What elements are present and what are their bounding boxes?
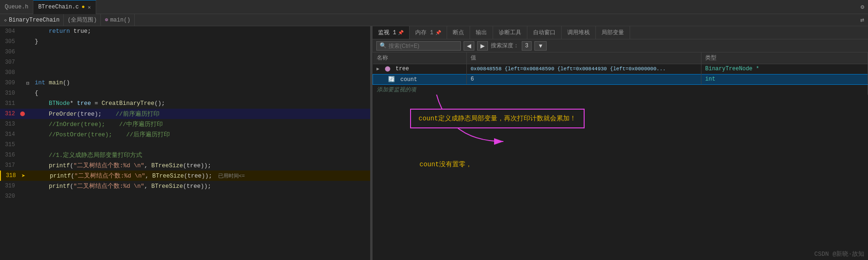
debug-tab-autos[interactable]: 自动窗口 <box>527 26 562 39</box>
depth-label: 搜索深度： <box>491 42 519 50</box>
time-badge: 已用时间<= <box>215 173 245 179</box>
annotation-area: count定义成静态局部变量，再次打印计数就会累加！ count没有置零， <box>373 95 868 260</box>
autos-label: 自动窗口 <box>533 29 556 37</box>
col-type: 类型 <box>701 52 868 64</box>
code-line-316: 316 //1.定义成静态局部变量打印方式 <box>0 150 370 160</box>
breakpoints-label: 断点 <box>453 29 464 37</box>
depth-dropdown-button[interactable]: ▼ <box>534 41 547 51</box>
code-line-307: 307 <box>0 57 370 67</box>
tab-bar: Queue.h BTreeChain.c ● ✕ ⚙ <box>0 0 868 14</box>
debug-tab-locals[interactable]: 局部变量 <box>596 26 630 39</box>
debug-panel: 监视 1 📌 内存 1 📌 断点 输出 诊断工具 自动窗口 调用堆栈 <box>373 26 868 260</box>
debug-arrow: ➤ <box>22 172 25 180</box>
watch-row-tree[interactable]: ▶ ⬤ tree 0x00848558 {left=0x00848590 {le… <box>373 64 868 74</box>
csdn-watermark: CSDN @新晓·故知 <box>814 250 864 258</box>
code-line-317: 317 printf("二叉树结点个数:%d \n", BTreeSize(tr… <box>0 160 370 171</box>
add-watch-row[interactable]: 添加要监视的项 <box>373 84 868 95</box>
annotation-note-text: count没有置零， <box>419 161 472 168</box>
count-watch-icon: 🔄 <box>388 76 395 83</box>
watch-table: 名称 值 类型 ▶ ⬤ tree 0x00848558 {left=0x0084… <box>373 52 868 95</box>
function-icon: ⊕ <box>105 16 108 23</box>
code-line-310: 310 { <box>0 88 370 98</box>
count-value-cell: 6 <box>467 74 701 84</box>
search-nav-back-button[interactable]: ◀ <box>464 41 474 51</box>
pin-icon-memory1: 📌 <box>435 30 441 36</box>
memory1-label: 内存 1 <box>415 29 433 37</box>
code-line-308: 308 <box>0 67 370 78</box>
code-line-306: 306 <box>0 47 370 57</box>
code-line-313: 313 //InOrder(tree); //中序遍历打印 <box>0 119 370 129</box>
modified-indicator: ● <box>82 4 85 10</box>
code-line-309: 309 ⊟ int main() <box>0 78 370 88</box>
debug-tabs: 监视 1 📌 内存 1 📌 断点 输出 诊断工具 自动窗口 调用堆栈 <box>373 26 868 39</box>
debug-tab-diagnostics[interactable]: 诊断工具 <box>493 26 527 39</box>
breadcrumb-function[interactable]: ⊕ main() <box>101 14 134 26</box>
watch1-label: 监视 1 <box>378 29 396 37</box>
breadcrumb-bar: ⬦ BinaryTreeChain (全局范围) ⊕ main() ⇄ <box>0 14 868 26</box>
tree-expand-arrow[interactable]: ▶ <box>377 67 380 72</box>
search-nav-forward-button[interactable]: ▶ <box>477 41 488 51</box>
settings-button[interactable]: ⚙ <box>857 3 868 11</box>
tree-type-cell: BinaryTreeNode * <box>701 64 868 74</box>
breakpoint-indicator <box>20 111 25 116</box>
breadcrumb-scope[interactable]: (全局范围) <box>64 14 101 26</box>
search-icon: 🔍 <box>380 42 387 49</box>
code-line-318: 318 ➤ printf("二叉树结点个数:%d \n", BTreeSize(… <box>0 171 370 181</box>
line-num-304: 304 <box>0 28 19 35</box>
count-name: count <box>400 76 417 83</box>
code-line-311: 311 BTNode* tree = CreatBinaryTree(); <box>0 98 370 109</box>
search-input[interactable] <box>388 43 454 49</box>
debug-tab-output[interactable]: 输出 <box>470 26 493 39</box>
code-editor[interactable]: 304 return true; 305 } 306 307 <box>0 26 371 260</box>
code-line-304: 304 return true; <box>0 26 370 37</box>
locals-label: 局部变量 <box>602 29 624 37</box>
breadcrumb-function-label: main() <box>110 17 130 23</box>
debug-tab-memory1[interactable]: 内存 1 📌 <box>410 26 447 39</box>
tab-btreechain-c[interactable]: BTreeChain.c ● ✕ <box>33 0 96 14</box>
watch-row-count[interactable]: 🔄 count 6 int <box>373 74 868 84</box>
code-line-315: 315 <box>0 140 370 150</box>
code-line-305: 305 } <box>0 37 370 47</box>
depth-value: 3 <box>522 41 532 51</box>
tab-queue-h-label: Queue.h <box>5 4 28 10</box>
search-bar: 🔍 ◀ ▶ 搜索深度： 3 ▼ <box>373 39 868 52</box>
watch-table-header: 名称 值 类型 <box>373 52 868 64</box>
tree-value-cell: 0x00848558 {left=0x00848590 {left=0x0084… <box>467 64 701 74</box>
tree-watch-icon: ⬤ <box>385 66 390 72</box>
code-content-304: return true; <box>33 28 370 35</box>
main-layout: 304 return true; 305 } 306 307 <box>0 26 868 260</box>
annotation-box-text: count定义成静态局部变量，再次打印计数就会累加！ <box>419 115 576 122</box>
tree-name: tree <box>396 66 409 72</box>
annotation-note: count没有置零， <box>419 160 472 169</box>
count-type-cell: int <box>701 74 868 84</box>
pin-icon-watch1: 📌 <box>398 30 404 36</box>
debug-tab-breakpoints[interactable]: 断点 <box>447 26 470 39</box>
breadcrumb-more-button[interactable]: ⇄ <box>857 16 868 24</box>
breadcrumb-project-label: BinaryTreeChain <box>9 17 60 23</box>
search-input-wrap[interactable]: 🔍 <box>376 41 461 51</box>
project-icon: ⬦ <box>4 17 7 23</box>
callstack-label: 调用堆栈 <box>567 29 590 37</box>
diagnostics-label: 诊断工具 <box>499 29 521 37</box>
tab-queue-h[interactable]: Queue.h <box>0 0 33 14</box>
code-line-312: 312 PreOrder(tree); //前序遍历打印 <box>0 109 370 119</box>
tab-btreechain-c-label: BTreeChain.c <box>38 4 78 10</box>
code-line-319: 319 printf("二叉树结点个数:%d \n", BTreeSize(tr… <box>0 181 370 191</box>
col-value: 值 <box>467 52 701 64</box>
debug-tab-watch1[interactable]: 监视 1 📌 <box>373 26 410 39</box>
breadcrumb-scope-label: (全局范围) <box>68 16 97 24</box>
annotation-box: count定义成静态局部变量，再次打印计数就会累加！ <box>410 109 585 128</box>
col-name: 名称 <box>373 52 467 64</box>
code-line-320: 320 <box>0 191 370 201</box>
count-name-cell: 🔄 count <box>373 74 467 84</box>
output-label: 输出 <box>476 29 487 37</box>
close-tab-button[interactable]: ✕ <box>88 4 91 10</box>
add-watch-label: 添加要监视的项 <box>373 84 868 95</box>
code-line-314: 314 //PostOrder(tree); //后序遍历打印 <box>0 129 370 140</box>
tree-name-cell: ▶ ⬤ tree <box>373 64 467 74</box>
breadcrumb-project[interactable]: ⬦ BinaryTreeChain <box>0 14 64 26</box>
debug-tab-callstack[interactable]: 调用堆栈 <box>562 26 596 39</box>
